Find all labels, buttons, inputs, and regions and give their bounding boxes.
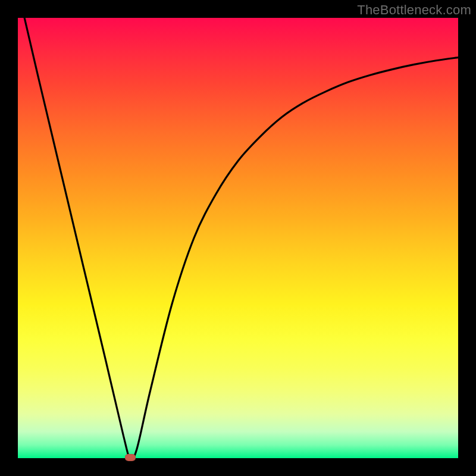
watermark-text: TheBottleneck.com <box>357 2 471 18</box>
bottleneck-curve <box>18 18 458 458</box>
chart-frame: TheBottleneck.com <box>0 0 476 476</box>
optimal-marker <box>125 454 136 461</box>
plot-area <box>18 18 458 458</box>
